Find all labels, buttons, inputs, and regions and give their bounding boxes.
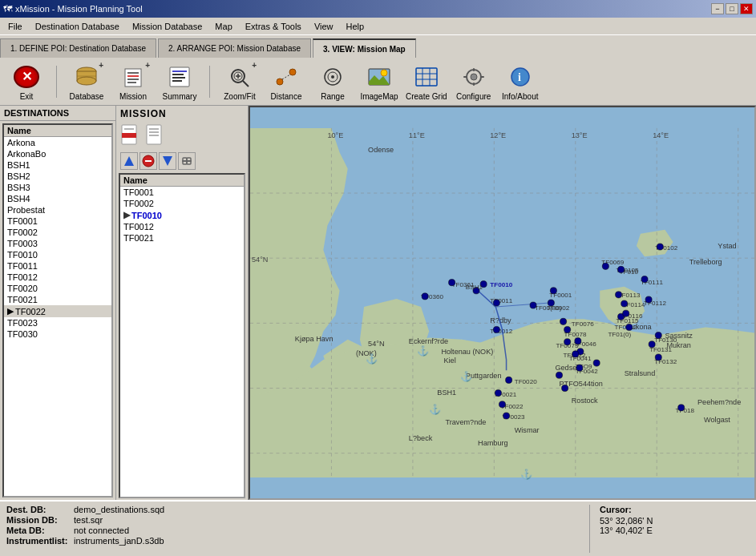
- exit-label: Exit: [20, 92, 34, 101]
- infoabout-button[interactable]: i Info/About: [500, 62, 540, 101]
- list-item[interactable]: TF0003: [4, 238, 111, 249]
- svg-point-144: [495, 390, 501, 397]
- map-area[interactable]: 10°E 11°E 12°E 13°E 14°E 54°N Odense Kjø…: [249, 106, 756, 500]
- list-item[interactable]: TF0010: [4, 249, 111, 260]
- range-icon: [320, 66, 346, 88]
- list-item[interactable]: ArkonaBo: [4, 148, 111, 159]
- distance-icon: [273, 66, 299, 88]
- list-item[interactable]: TF0001: [120, 187, 244, 198]
- configure-button[interactable]: Configure: [454, 62, 494, 101]
- zoom-button[interactable]: + Zoom/Fit: [220, 62, 260, 101]
- svg-text:i: i: [518, 71, 521, 83]
- dest-name: TF0010: [7, 250, 38, 260]
- svg-point-142: [548, 300, 554, 306]
- svg-rect-35: [473, 68, 475, 71]
- svg-marker-48: [124, 156, 134, 166]
- configure-label: Configure: [456, 92, 491, 101]
- menu-view[interactable]: View: [308, 20, 340, 33]
- svg-text:⚓: ⚓: [417, 344, 430, 357]
- list-item[interactable]: ▶ TF0010: [120, 209, 244, 221]
- menu-destination-database[interactable]: Destination Database: [29, 20, 126, 33]
- menu-map[interactable]: Map: [208, 20, 238, 33]
- list-item[interactable]: TF0012: [120, 221, 244, 232]
- list-item[interactable]: TF0011: [4, 260, 111, 272]
- mission-item-name: TF0021: [123, 233, 154, 243]
- creategrid-button[interactable]: Create Grid: [406, 62, 447, 101]
- summary-icon-wrap: [164, 62, 196, 91]
- database-button[interactable]: + Database: [67, 62, 107, 101]
- instrument-label: Instrumentlist:: [6, 536, 71, 546]
- dest-db-value: demo_destinations.sqd: [74, 505, 164, 514]
- svg-text:13°E: 13°E: [572, 131, 588, 139]
- database-icon-wrap: [71, 62, 103, 91]
- mission-remove-button[interactable]: [139, 152, 157, 170]
- list-item[interactable]: TF0002: [4, 227, 111, 238]
- mission-item-name: TF0001: [123, 187, 154, 197]
- svg-point-163: [645, 296, 652, 303]
- exit-button[interactable]: ✕ Exit: [6, 62, 46, 101]
- list-item[interactable]: TF0021: [4, 294, 111, 305]
- list-item[interactable]: TF0012: [4, 272, 111, 283]
- svg-text:TF0010: TF0010: [490, 281, 512, 288]
- list-item[interactable]: TF0021: [120, 232, 244, 244]
- list-item[interactable]: TF0023: [4, 317, 111, 328]
- list-item[interactable]: BSH3: [4, 182, 111, 193]
- instrument-value: instruments_janD.s3db: [74, 536, 164, 546]
- cursor-title: Cursor:: [600, 505, 750, 514]
- title-bar-controls[interactable]: − □ ✕: [711, 3, 753, 14]
- list-item[interactable]: BSH1: [4, 159, 111, 171]
- svg-point-139: [493, 300, 499, 306]
- svg-point-158: [616, 292, 622, 298]
- mission-up-button[interactable]: [120, 152, 138, 170]
- mission-list[interactable]: Name TF0001 TF0002 ▶ TF0010 TF0012 TF002…: [119, 173, 245, 498]
- list-item[interactable]: TF0020: [4, 283, 111, 294]
- list-item[interactable]: Arkona: [4, 137, 111, 148]
- maximize-button[interactable]: □: [726, 3, 738, 14]
- imagemap-button[interactable]: ImageMap: [359, 62, 399, 101]
- svg-point-162: [641, 276, 648, 283]
- menu-mission-database[interactable]: Mission Database: [126, 20, 208, 33]
- mission-down-button[interactable]: [159, 152, 176, 170]
- destinations-panel: DESTINATIONS Name Arkona ArkonaBo BSH1 B…: [0, 106, 116, 500]
- svg-point-156: [602, 263, 608, 269]
- svg-rect-36: [473, 83, 475, 86]
- dest-name: TF0030: [7, 329, 38, 339]
- list-item[interactable]: TF0001: [4, 216, 111, 227]
- meta-db-label: Meta DB:: [6, 526, 71, 535]
- list-item[interactable]: Probestat: [4, 204, 111, 216]
- menu-extras-tools[interactable]: Extras & Tools: [239, 20, 308, 33]
- destinations-list[interactable]: Name Arkona ArkonaBo BSH1 BSH2 BSH3 BSH4…: [2, 123, 113, 498]
- toolbar-sep-2: [209, 66, 210, 98]
- list-item[interactable]: BSH2: [4, 171, 111, 182]
- close-button[interactable]: ✕: [740, 3, 753, 14]
- zoom-icon: [227, 66, 253, 88]
- menu-help[interactable]: Help: [340, 20, 371, 33]
- summary-icon: [167, 66, 192, 88]
- list-item[interactable]: BSH4: [4, 193, 111, 204]
- summary-button[interactable]: Summary: [160, 62, 200, 101]
- database-icon: [74, 66, 99, 88]
- mission-button[interactable]: + Mission: [113, 62, 153, 101]
- svg-point-34: [471, 74, 477, 80]
- menu-file[interactable]: File: [2, 20, 29, 33]
- range-button[interactable]: Range: [313, 62, 353, 101]
- minimize-button[interactable]: −: [711, 3, 724, 14]
- dest-arrow: ▶: [7, 306, 14, 316]
- svg-text:Holtenau (NOK): Holtenau (NOK): [441, 348, 493, 356]
- dest-name: TF0012: [7, 272, 38, 282]
- svg-point-159: [621, 300, 628, 307]
- cursor-lon: 13° 40,402' E: [600, 526, 750, 535]
- distance-button[interactable]: Distance: [266, 62, 306, 101]
- status-left: Dest. DB: demo_destinations.sqd Mission …: [6, 505, 589, 553]
- tab-view-mission-map[interactable]: 3. VIEW: Mission Map: [313, 38, 416, 58]
- tab-define-poi[interactable]: 1. DEFINE POI: Destination Database: [0, 38, 156, 58]
- zoom-label: Zoom/Fit: [224, 92, 255, 101]
- tab-arrange-poi[interactable]: 2. ARRANGE POI: Mission Database: [158, 38, 311, 58]
- imagemap-label: ImageMap: [360, 92, 398, 101]
- list-item[interactable]: ▶ TF0022: [4, 305, 111, 317]
- list-item[interactable]: TF0002: [120, 198, 244, 209]
- mission-settings-button[interactable]: [178, 152, 196, 170]
- list-item[interactable]: TF0030: [4, 328, 111, 340]
- imagemap-icon: [366, 66, 392, 88]
- mission-list-header: Name: [120, 175, 244, 187]
